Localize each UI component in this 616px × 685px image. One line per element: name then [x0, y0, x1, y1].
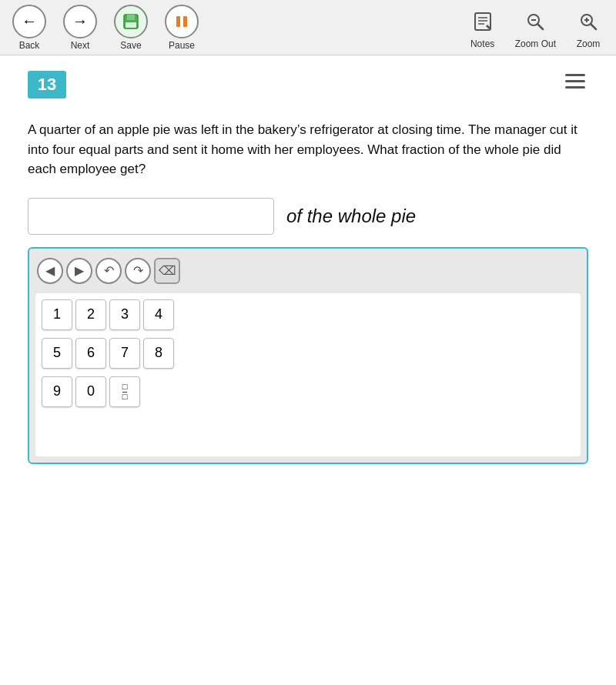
keypad-container: ◀ ▶ ↶ ↷ ⌫ 1 2 3 4 5 6 7 8 9 0 □ □ [28, 247, 588, 464]
fraction-icon: □ □ [122, 383, 128, 401]
answer-row: of the whole pie [28, 198, 588, 235]
header-row: 13 [28, 71, 588, 111]
keypad-redo-button[interactable]: ↷ [125, 258, 151, 284]
svg-line-15 [591, 24, 596, 29]
keypad-delete-button[interactable]: ⌫ [154, 258, 180, 284]
key-7[interactable]: 7 [109, 338, 140, 369]
answer-input[interactable] [28, 198, 274, 235]
key-5[interactable]: 5 [42, 338, 72, 369]
hamburger-line-3 [565, 86, 585, 89]
next-button[interactable]: → Next [57, 2, 103, 54]
toolbar-right: Notes Zoom Out Zoom [461, 3, 610, 52]
keypad-right-button[interactable]: ▶ [66, 258, 92, 284]
hamburger-line-1 [565, 74, 585, 76]
key-1[interactable]: 1 [42, 299, 72, 330]
next-icon: → [63, 5, 97, 38]
zoom-out-button[interactable]: Zoom Out [509, 3, 562, 52]
keypad-undo-button[interactable]: ↶ [95, 258, 122, 284]
toolbar-left: ← Back → Next Save Pa [6, 2, 461, 54]
save-icon [114, 5, 148, 38]
toolbar: ← Back → Next Save Pa [0, 0, 616, 55]
question-number: 13 [28, 71, 66, 99]
question-text: A quarter of an apple pie was left in th… [28, 120, 588, 179]
keypad-left-button[interactable]: ◀ [37, 258, 63, 284]
hamburger-line-2 [565, 80, 585, 82]
keypad-nav: ◀ ▶ ↶ ↷ ⌫ [35, 255, 581, 287]
back-icon: ← [12, 5, 46, 38]
back-label: Back [19, 40, 40, 51]
key-2[interactable]: 2 [75, 299, 106, 330]
notes-button[interactable]: Notes [461, 3, 504, 52]
notes-icon [467, 6, 498, 37]
back-button[interactable]: ← Back [6, 2, 52, 54]
notes-label: Notes [470, 38, 494, 49]
key-4[interactable]: 4 [143, 299, 174, 330]
zoom-out-icon [520, 6, 551, 37]
main-content: 13 A quarter of an apple pie was left in… [0, 55, 616, 480]
key-9[interactable]: 9 [42, 376, 72, 407]
save-button[interactable]: Save [108, 2, 154, 54]
save-label: Save [120, 40, 141, 51]
svg-rect-1 [127, 15, 135, 20]
keypad-grid: 1 2 3 4 5 6 7 8 9 0 □ □ [35, 293, 581, 456]
key-8[interactable]: 8 [143, 338, 174, 369]
zoom-in-button[interactable]: Zoom [567, 3, 610, 52]
hamburger-menu[interactable] [562, 71, 588, 92]
zoom-in-icon [573, 6, 604, 37]
zoom-out-label: Zoom Out [515, 38, 556, 49]
svg-rect-3 [176, 16, 180, 27]
svg-rect-2 [126, 22, 136, 28]
key-fraction[interactable]: □ □ [109, 376, 140, 407]
pause-button[interactable]: Pause [159, 2, 205, 54]
key-6[interactable]: 6 [75, 338, 106, 369]
svg-rect-4 [183, 16, 187, 27]
zoom-label: Zoom [577, 38, 601, 49]
answer-suffix: of the whole pie [286, 206, 416, 227]
key-0[interactable]: 0 [75, 376, 106, 407]
key-3[interactable]: 3 [109, 299, 140, 330]
svg-line-11 [537, 24, 543, 29]
pause-icon [165, 5, 199, 38]
next-label: Next [71, 40, 90, 51]
pause-label: Pause [169, 40, 195, 51]
